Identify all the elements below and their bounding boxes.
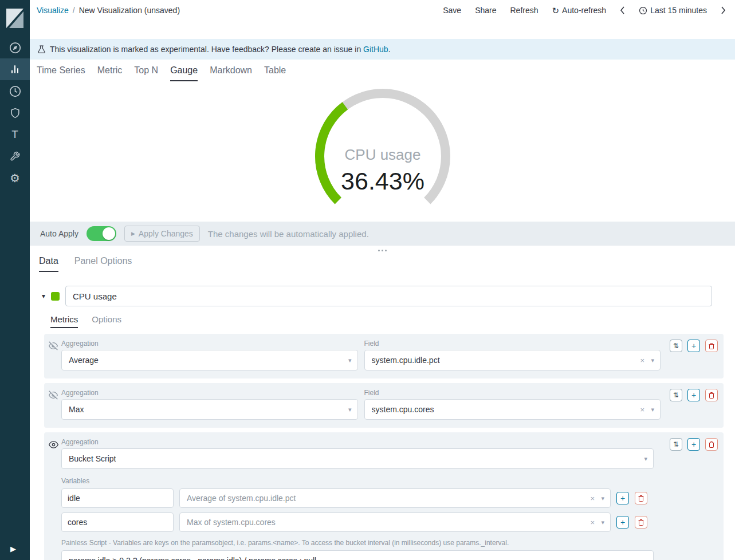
apply-changes-button[interactable]: ▶ Apply Changes [124,226,200,242]
collapse-series-icon[interactable]: ▾ [42,292,45,300]
delete-metric-button[interactable] [705,438,718,451]
reorder-metric-button[interactable]: ⇅ [670,340,682,352]
sidebar-item-visualize[interactable] [0,58,30,80]
auto-apply-toggle[interactable] [87,226,116,241]
metric-row: Aggregation Average ▾ Field system.cpu.i… [44,334,724,378]
eye-slash-icon[interactable] [49,341,58,353]
gauge-title: CPU usage [344,146,420,163]
experimental-banner: This visualization is marked as experime… [30,39,735,60]
variable-value-select[interactable]: Max of system.cpu.cores × ▾ [179,512,611,532]
tab-markdown[interactable]: Markdown [210,65,252,81]
gauge-chart: CPU usage 36.43% [300,85,466,222]
sidebar-item-timelion[interactable] [0,80,30,102]
tab-data[interactable]: Data [39,256,58,272]
tab-metric[interactable]: Metric [97,65,123,81]
clear-icon[interactable]: × [640,405,644,414]
time-back-button[interactable] [620,6,625,15]
add-variable-button[interactable]: + [616,516,629,529]
breadcrumb-separator: / [73,6,75,15]
reorder-metric-button[interactable]: ⇅ [670,389,682,401]
play-icon: ▶ [10,545,16,553]
painless-script-input[interactable] [61,550,654,560]
clear-icon[interactable]: × [590,518,595,527]
play-icon: ▶ [131,231,135,236]
tab-options[interactable]: Options [92,314,121,328]
variable-row: Average of system.cpu.idle.pct × ▾ + [61,488,718,508]
eye-slash-icon[interactable] [49,391,58,402]
gear-icon: ⚙ [10,172,20,184]
caret-down-icon: ▾ [348,406,352,413]
time-range-label: Last 15 minutes [650,6,707,15]
aggregation-label: Aggregation [61,389,358,397]
clock-icon [9,85,21,97]
reorder-metric-button[interactable]: ⇅ [670,438,682,451]
tab-panel-options[interactable]: Panel Options [74,256,132,272]
save-button[interactable]: Save [443,6,461,15]
field-select[interactable]: system.cpu.idle.pct × ▾ [364,350,661,370]
aggregation-label: Aggregation [61,340,358,348]
delete-metric-button[interactable] [705,340,718,352]
sidebar-item-discover[interactable] [0,37,30,58]
variable-name-input[interactable] [61,488,174,508]
wrench-icon [10,151,20,161]
auto-refresh-button[interactable]: ↻ Auto-refresh [552,6,607,15]
share-button[interactable]: Share [475,6,496,15]
delete-variable-button[interactable] [635,492,647,504]
add-variable-button[interactable]: + [616,492,629,504]
aggregation-select[interactable]: Max ▾ [61,399,358,420]
tab-time-series[interactable]: Time Series [37,65,85,81]
series-label-input[interactable] [65,286,712,306]
gauge-value: 36.43% [341,167,425,195]
caret-down-icon: ▾ [601,519,604,526]
sidebar-collapse-button[interactable]: ▶ [0,537,30,560]
tab-metrics[interactable]: Metrics [50,314,78,328]
banner-text: This visualization is marked as experime… [50,45,391,54]
tab-top-n[interactable]: Top N [134,65,158,81]
caret-down-icon: ▾ [601,495,604,502]
series-tabs: Metrics Options [50,314,735,328]
github-link[interactable]: GitHub [363,45,388,54]
variable-name-input[interactable] [61,512,174,532]
series-color-swatch[interactable] [51,292,60,301]
series-row: ▾ [42,286,712,306]
sidebar-item-management[interactable]: ⚙ [0,167,30,189]
eye-icon[interactable] [49,440,58,452]
sidebar-item-devtools[interactable] [0,145,30,167]
clear-icon[interactable]: × [590,494,595,503]
clear-icon[interactable]: × [640,356,644,365]
time-range-button[interactable]: Last 15 minutes [639,6,707,15]
variable-value-select[interactable]: Average of system.cpu.idle.pct × ▾ [179,488,611,508]
caret-down-icon: ▾ [644,455,647,463]
painless-script-label: Painless Script - Variables are keys on … [61,539,718,547]
add-metric-button[interactable]: + [687,438,700,451]
resize-handle[interactable] [30,247,735,254]
tab-gauge[interactable]: Gauge [170,65,198,81]
aggregation-select[interactable]: Bucket Script ▾ [61,448,654,469]
time-forward-button[interactable] [721,6,726,15]
metric-row: Aggregation Max ▾ Field system.cpu.cores… [44,383,724,428]
sidebar-item-typography[interactable]: T [0,124,30,145]
sidebar-item-security[interactable] [0,102,30,124]
refresh-button[interactable]: Refresh [510,6,539,15]
delete-variable-button[interactable] [635,516,647,529]
compass-icon [9,42,21,54]
series-editor: Data Panel Options ▾ Metrics Options Agg… [30,247,735,560]
header-actions: Save Share Refresh ↻ Auto-refresh Last 1… [443,6,726,15]
kibana-logo[interactable] [0,0,30,37]
tab-table[interactable]: Table [264,65,286,81]
aggregation-select[interactable]: Average ▾ [61,350,358,370]
metric-row: Aggregation Bucket Script ▾ ⇅ + Variable… [44,432,724,560]
field-select[interactable]: system.cpu.cores × ▾ [364,399,661,420]
gauge-visualization: CPU usage 36.43% [30,81,735,222]
field-label: Field [364,389,661,397]
shield-icon [10,108,21,119]
add-metric-button[interactable]: + [687,389,700,401]
add-metric-button[interactable]: + [687,340,700,352]
delete-metric-button[interactable] [705,389,718,401]
trash-icon [708,342,715,350]
auto-refresh-icon: ↻ [552,6,560,15]
caret-down-icon: ▾ [651,406,654,413]
viz-type-tabs: Time Series Metric Top N Gauge Markdown … [30,60,735,81]
breadcrumb-visualize-link[interactable]: Visualize [37,6,69,15]
trash-icon [708,392,715,399]
